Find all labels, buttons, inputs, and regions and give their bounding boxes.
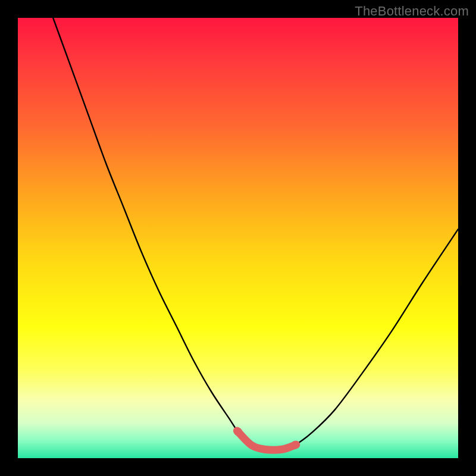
valley-right-dot-icon bbox=[291, 441, 299, 449]
chart-plot-area bbox=[18, 18, 458, 458]
chart-svg bbox=[18, 18, 458, 458]
chart-frame: TheBottleneck.com bbox=[0, 0, 476, 476]
valley-highlight-band bbox=[237, 431, 296, 450]
watermark-text: TheBottleneck.com bbox=[355, 4, 469, 19]
valley-left-dot-icon bbox=[234, 428, 242, 436]
bottleneck-curve-line bbox=[53, 18, 458, 450]
